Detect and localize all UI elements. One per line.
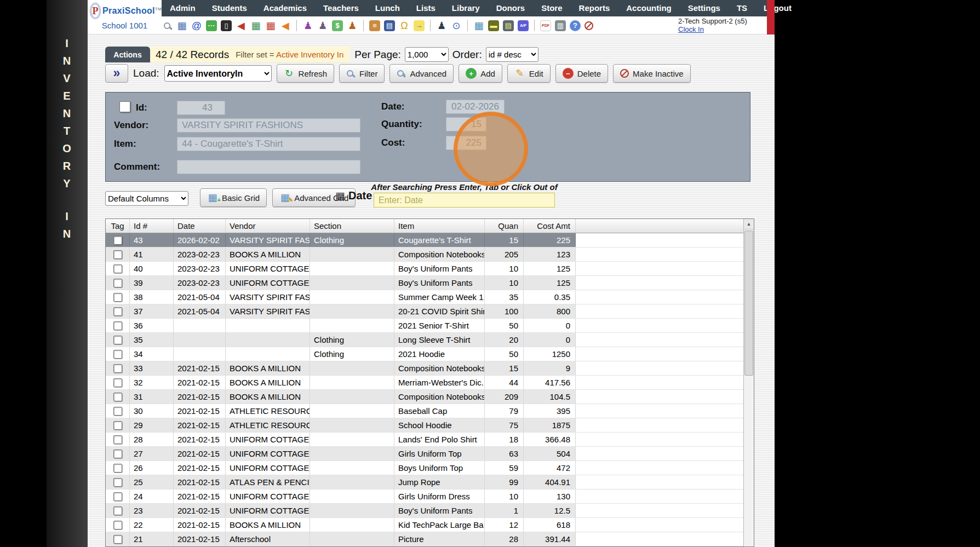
- megaphone-icon[interactable]: ◀: [280, 20, 291, 31]
- lunch-icon[interactable]: ≡: [369, 20, 380, 31]
- nav-item-lunch[interactable]: Lunch: [367, 0, 408, 16]
- add-button[interactable]: +Add: [459, 64, 502, 83]
- email-icon[interactable]: @: [191, 20, 202, 31]
- table-row[interactable]: 382021-05-04VARSITY SPIRIT FAS...Summer …: [106, 290, 743, 304]
- nav-item-academics[interactable]: Academics: [255, 0, 315, 16]
- row-checkbox[interactable]: [113, 364, 122, 373]
- table-row[interactable]: 362021 Senior T-Shirt500: [106, 319, 743, 333]
- table-row[interactable]: 322021-02-15BOOKS A MILLIONMerriam-Webst…: [106, 376, 743, 390]
- row-checkbox[interactable]: [113, 293, 122, 302]
- table-row[interactable]: 262021-02-15UNIFORM COTTAGEBoys Uniform …: [106, 461, 743, 475]
- comment-field[interactable]: [177, 160, 360, 174]
- table-row[interactable]: 432026-02-02VARSITY SPIRIT FAS...Clothin…: [106, 233, 743, 247]
- nav-item-students[interactable]: Students: [204, 0, 255, 16]
- column-header-section[interactable]: Section: [310, 219, 394, 233]
- row-checkbox[interactable]: [113, 336, 122, 344]
- table-row[interactable]: 232021-02-15UNIFORM COTTAGEBoy's Uniform…: [106, 504, 743, 518]
- nav-item-donors[interactable]: Donors: [488, 0, 534, 16]
- row-checkbox[interactable]: [113, 250, 122, 259]
- table-row[interactable]: 34Clothing2021 Hoodie501250: [106, 347, 743, 361]
- table-row[interactable]: 35ClothingLong Sleeve T-Shirt200: [106, 333, 743, 347]
- row-checkbox[interactable]: [113, 450, 122, 458]
- column-header-id-[interactable]: Id #: [130, 219, 174, 233]
- nav-item-lists[interactable]: Lists: [408, 0, 444, 16]
- table-row[interactable]: 242021-02-15UNIFORM COTTAGEGirls Uniform…: [106, 490, 743, 504]
- basic-grid-button[interactable]: ▦+Basic Grid: [200, 188, 267, 207]
- calendar-icon[interactable]: ▦: [265, 20, 276, 31]
- nav-item-accounting[interactable]: Accounting: [618, 0, 680, 16]
- column-header-cost-amt[interactable]: Cost Amt: [524, 219, 576, 233]
- columns-select[interactable]: Default Columns: [105, 191, 188, 206]
- calendar-check-icon[interactable]: ▦: [250, 20, 261, 31]
- expand-panel-button[interactable]: »: [105, 64, 128, 83]
- column-header-vendor[interactable]: Vendor: [226, 219, 310, 233]
- order-select[interactable]: id # desc: [486, 47, 538, 62]
- nav-item-logout[interactable]: Logout: [755, 0, 800, 16]
- delete-button[interactable]: −Delete: [555, 64, 608, 83]
- table-row[interactable]: 272021-02-15UNIFORM COTTAGEGirls Uniform…: [106, 447, 743, 461]
- table-row[interactable]: 282021-02-15UNIFORM COTTAGELands' End Po…: [106, 433, 743, 447]
- row-checkbox[interactable]: [113, 492, 122, 501]
- nav-item-reports[interactable]: Reports: [571, 0, 618, 16]
- add-person-icon[interactable]: ♟: [302, 20, 313, 31]
- row-checkbox[interactable]: [113, 393, 122, 401]
- row-checkbox[interactable]: [113, 535, 122, 544]
- check-icon[interactable]: ▬: [488, 20, 499, 31]
- nav-item-ts[interactable]: TS: [729, 0, 755, 16]
- money-icon[interactable]: $: [332, 20, 343, 31]
- make-inactive-button[interactable]: Make Inactive: [613, 64, 691, 83]
- sound-icon[interactable]: ◀: [236, 20, 247, 31]
- scrollbar-thumb[interactable]: [744, 231, 753, 376]
- row-checkbox[interactable]: [113, 421, 122, 430]
- table-row[interactable]: 392023-02-23UNIFORM COTTAGEBoy's Uniform…: [106, 276, 743, 290]
- advanced-button[interactable]: +Advanced: [389, 64, 454, 83]
- table-row[interactable]: 252021-02-15ATLAS PEN & PENCI...Jump Rop…: [106, 475, 743, 490]
- clock-icon[interactable]: ⊙: [451, 20, 462, 31]
- row-checkbox[interactable]: [113, 378, 122, 387]
- column-header-tag[interactable]: Tag: [106, 219, 130, 233]
- staff-icon[interactable]: ♟: [436, 20, 447, 31]
- row-checkbox[interactable]: [113, 321, 122, 330]
- row-checkbox[interactable]: [113, 350, 122, 359]
- nav-item-teachers[interactable]: Teachers: [315, 0, 367, 16]
- help-icon[interactable]: ?: [570, 20, 581, 31]
- table-row[interactable]: 302021-02-15ATHLETIC RESOURC...Baseball …: [106, 404, 743, 418]
- clock-in-link[interactable]: Clock In: [678, 25, 747, 33]
- print-check-icon[interactable]: ▤: [503, 20, 514, 31]
- quantity-field[interactable]: [446, 117, 486, 131]
- item-field[interactable]: [177, 137, 360, 151]
- table-row[interactable]: 292021-02-15ATHLETIC RESOURC...School Ho…: [106, 418, 743, 433]
- column-header-item[interactable]: Item: [394, 219, 485, 233]
- grid-report-icon[interactable]: ▦: [473, 20, 484, 31]
- table-row[interactable]: 332021-02-15BOOKS A MILLIONComposition N…: [106, 361, 743, 376]
- id-field[interactable]: [177, 101, 225, 115]
- mobile-phone-icon[interactable]: ▯: [221, 20, 232, 31]
- column-header-quan[interactable]: Quan: [485, 219, 524, 233]
- row-checkbox[interactable]: [113, 236, 122, 245]
- ap-icon[interactable]: A/P: [518, 20, 529, 31]
- table-row[interactable]: 402023-02-23UNIFORM COTTAGEBoy's Uniform…: [106, 262, 743, 276]
- nav-item-settings[interactable]: Settings: [680, 0, 729, 16]
- nav-item-store[interactable]: Store: [533, 0, 570, 16]
- date-search-input[interactable]: [374, 193, 555, 208]
- per-page-select[interactable]: 1,000: [405, 47, 449, 62]
- register-icon[interactable]: ▥: [555, 20, 566, 31]
- scroll-up-arrow[interactable]: ▲: [744, 219, 754, 229]
- table-row[interactable]: 222021-02-15BOOKS A MILLIONKid TechPack …: [106, 518, 743, 532]
- search-icon[interactable]: [164, 22, 170, 29]
- table-row[interactable]: 412023-02-23BOOKS A MILLIONComposition N…: [106, 247, 743, 262]
- row-checkbox[interactable]: [113, 435, 122, 444]
- table-row[interactable]: 372021-05-04VARSITY SPIRIT FAS...20-21 C…: [106, 304, 743, 319]
- table-row[interactable]: 212021-02-15AfterschoolPicture28391.44: [106, 532, 743, 546]
- stop-icon[interactable]: [584, 21, 593, 30]
- table-row[interactable]: 312021-02-15BOOKS A MILLIONComposition N…: [106, 390, 743, 404]
- pdf-icon[interactable]: PDF: [540, 20, 551, 31]
- date-field[interactable]: [446, 100, 505, 114]
- column-header-date[interactable]: Date: [174, 219, 226, 233]
- row-checkbox[interactable]: [113, 478, 122, 487]
- row-checkbox[interactable]: [113, 307, 122, 316]
- row-checkbox[interactable]: [113, 506, 122, 515]
- row-checkbox[interactable]: [113, 464, 122, 473]
- row-checkbox[interactable]: [113, 407, 122, 416]
- row-checkbox[interactable]: [113, 521, 122, 529]
